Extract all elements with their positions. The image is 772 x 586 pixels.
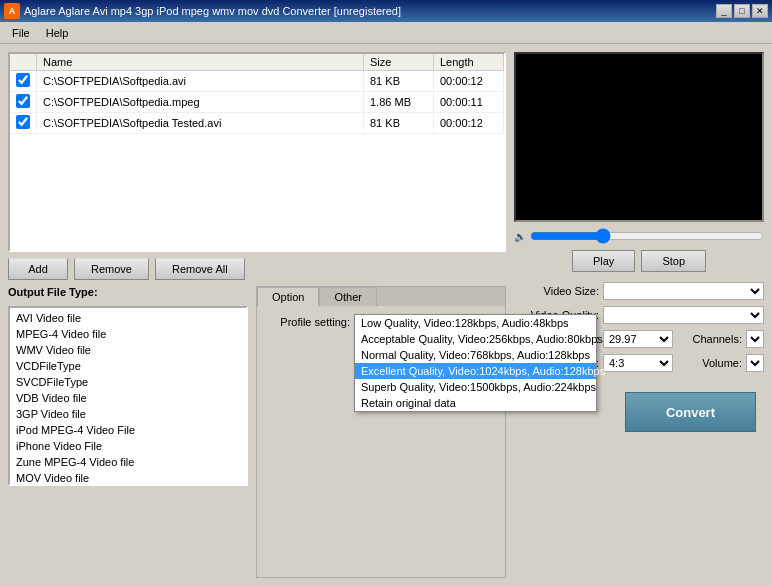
file-name: C:\SOFTPEDIA\Softpedia.avi <box>37 71 364 92</box>
profile-label: Profile setting: <box>265 316 350 328</box>
media-btn-row: Play Stop <box>514 250 764 272</box>
file-size: 81 KB <box>364 71 434 92</box>
video-preview <box>514 52 764 222</box>
file-name: C:\SOFTPEDIA\Softpedia.mpeg <box>37 92 364 113</box>
file-table: Name Size Length C:\SOFTPEDIA\Softpedia.… <box>10 54 504 134</box>
convert-button[interactable]: Convert <box>625 392 756 432</box>
list-item[interactable]: iPod MPEG-4 Video File <box>12 422 244 438</box>
title-bar-controls[interactable]: _ □ ✕ <box>716 4 768 18</box>
file-size: 81 KB <box>364 113 434 134</box>
list-item[interactable]: iPhone Video File <box>12 438 244 454</box>
volume-label: Volume: <box>677 357 742 369</box>
table-row: C:\SOFTPEDIA\Softpedia.mpeg 1.86 MB 00:0… <box>10 92 504 113</box>
file-length: 00:00:12 <box>434 71 504 92</box>
app-icon: A <box>4 3 20 19</box>
tab-content: Profile setting: Normal Quality, Video:7… <box>257 306 505 344</box>
list-item[interactable]: WMV Video file <box>12 342 244 358</box>
col-header-length: Length <box>434 54 504 71</box>
bottom-area: Output File Type: AVI Video fileMPEG-4 V… <box>8 286 506 578</box>
tab-option[interactable]: Option <box>257 287 319 307</box>
profile-dropdown-container[interactable]: Normal Quality, Video:768kbps, Audio:128… <box>354 314 597 330</box>
list-item[interactable]: 3GP Video file <box>12 406 244 422</box>
list-item[interactable]: MPEG-4 Video file <box>12 326 244 342</box>
file-checkbox[interactable] <box>16 94 30 108</box>
list-item[interactable]: AVI Video file <box>12 310 244 326</box>
list-item[interactable]: Zune MPEG-4 Video file <box>12 454 244 470</box>
profile-option[interactable]: Superb Quality, Video:1500kbps, Audio:22… <box>355 379 596 395</box>
main-content: Name Size Length C:\SOFTPEDIA\Softpedia.… <box>0 44 772 586</box>
volume-dropdown[interactable]: 200 <box>746 354 764 372</box>
minimize-button[interactable]: _ <box>716 4 732 18</box>
left-panel: Name Size Length C:\SOFTPEDIA\Softpedia.… <box>8 52 506 578</box>
video-size-label: Video Size: <box>514 285 599 297</box>
table-row: C:\SOFTPEDIA\Softpedia.avi 81 KB 00:00:1… <box>10 71 504 92</box>
bottom-right: Option Other Profile setting: Normal Qua… <box>256 286 506 578</box>
output-list-container: AVI Video fileMPEG-4 Video fileWMV Video… <box>8 306 248 486</box>
output-list: AVI Video fileMPEG-4 Video fileWMV Video… <box>10 308 246 484</box>
table-row: C:\SOFTPEDIA\Softpedia Tested.avi 81 KB … <box>10 113 504 134</box>
menu-bar: File Help <box>0 22 772 44</box>
tab-other[interactable]: Other <box>319 287 377 306</box>
window-title: Aglare Aglare Avi mp4 3gp iPod mpeg wmv … <box>24 5 401 17</box>
video-quality-dropdown[interactable] <box>603 306 764 324</box>
play-button[interactable]: Play <box>572 250 635 272</box>
output-label: Output File Type: <box>8 286 248 298</box>
speaker-icon: 🔈 <box>514 231 526 242</box>
remove-button[interactable]: Remove <box>74 258 149 280</box>
aspect-dropdown[interactable]: 4:3 <box>603 354 673 372</box>
file-length: 00:00:12 <box>434 113 504 134</box>
stop-button[interactable]: Stop <box>641 250 706 272</box>
list-item[interactable]: SVCDFileType <box>12 374 244 390</box>
add-button[interactable]: Add <box>8 258 68 280</box>
file-length: 00:00:11 <box>434 92 504 113</box>
list-item[interactable]: MOV Video file <box>12 470 244 484</box>
title-bar-left: A Aglare Aglare Avi mp4 3gp iPod mpeg wm… <box>4 3 401 19</box>
title-bar: A Aglare Aglare Avi mp4 3gp iPod mpeg wm… <box>0 0 772 22</box>
profile-option[interactable]: Excellent Quality, Video:1024kbps, Audio… <box>355 363 596 379</box>
menu-help[interactable]: Help <box>38 25 77 41</box>
close-button[interactable]: ✕ <box>752 4 768 18</box>
col-header-check <box>10 54 37 71</box>
profile-option[interactable]: Low Quality, Video:128kbps, Audio:48kbps <box>355 315 596 331</box>
profile-option[interactable]: Retain original data <box>355 395 596 411</box>
profile-setting-row: Profile setting: Normal Quality, Video:7… <box>265 314 497 330</box>
video-size-row: Video Size: <box>514 282 764 300</box>
file-size: 1.86 MB <box>364 92 434 113</box>
list-item[interactable]: VCDFileType <box>12 358 244 374</box>
file-name: C:\SOFTPEDIA\Softpedia Tested.avi <box>37 113 364 134</box>
col-header-name: Name <box>37 54 364 71</box>
file-checkbox[interactable] <box>16 115 30 129</box>
slider-row: 🔈 <box>514 228 764 244</box>
file-action-buttons: Add Remove Remove All <box>8 258 506 280</box>
file-checkbox[interactable] <box>16 73 30 87</box>
file-list-container: Name Size Length C:\SOFTPEDIA\Softpedia.… <box>8 52 506 252</box>
volume-slider[interactable] <box>530 228 764 244</box>
channels-dropdown[interactable]: 2 channels, Ster <box>746 330 764 348</box>
menu-file[interactable]: File <box>4 25 38 41</box>
remove-all-button[interactable]: Remove All <box>155 258 245 280</box>
output-section: Output File Type: AVI Video fileMPEG-4 V… <box>8 286 248 578</box>
frame-rate-dropdown[interactable]: 29.97 <box>603 330 673 348</box>
video-size-dropdown[interactable] <box>603 282 764 300</box>
channels-label: Channels: <box>677 333 742 345</box>
col-header-size: Size <box>364 54 434 71</box>
list-item[interactable]: VDB Video file <box>12 390 244 406</box>
profile-option[interactable]: Normal Quality, Video:768kbps, Audio:128… <box>355 347 596 363</box>
profile-option[interactable]: Acceptable Quality, Video:256kbps, Audio… <box>355 331 596 347</box>
settings-panel: Option Other Profile setting: Normal Qua… <box>256 286 506 578</box>
profile-dropdown-list: Low Quality, Video:128kbps, Audio:48kbps… <box>354 314 597 412</box>
settings-tabs: Option Other <box>257 287 505 306</box>
maximize-button[interactable]: □ <box>734 4 750 18</box>
